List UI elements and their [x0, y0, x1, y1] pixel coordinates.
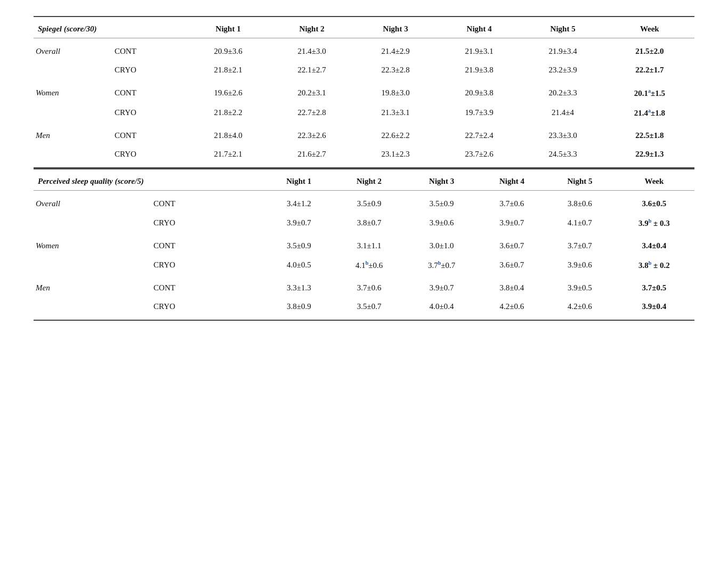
cell-n1: 4.0±0.5: [265, 255, 333, 275]
cell-n2: 3.8±0.7: [333, 213, 406, 233]
cell-n5: 21.9±3.4: [521, 38, 605, 61]
group-cryo: CRYO: [148, 297, 265, 320]
sleep-header-n1: Night 1: [265, 169, 333, 191]
table-row: Women CONT 3.5±0.9 3.1±1.1 3.0±1.0 3.6±0…: [34, 233, 694, 255]
cell-n3: 3.9±0.7: [406, 275, 478, 297]
group-cont: CONT: [109, 123, 187, 145]
group-cryo: CRYO: [148, 213, 265, 233]
table-row: CRYO 3.8±0.9 3.5±0.7 4.0±0.4 4.2±0.6 4.2…: [34, 297, 694, 320]
cell-n4: 4.2±0.6: [478, 297, 546, 320]
cell-n1: 19.6±2.6: [187, 79, 270, 103]
category-empty: [34, 145, 109, 168]
cell-n5: 20.2±3.3: [521, 79, 605, 103]
cell-n2: 20.2±3.1: [270, 79, 354, 103]
sleep-title: Perceived sleep quality (score/5): [34, 169, 265, 191]
cell-n1: 21.8±2.1: [187, 61, 270, 79]
cell-n1: 20.9±3.6: [187, 38, 270, 61]
cell-n3: 3.5±0.9: [406, 191, 478, 214]
cell-week: 3.9b ± 0.3: [614, 213, 694, 233]
cell-n5: 3.9±0.5: [546, 275, 614, 297]
tables-container: Spiegel (score/30) Night 1 Night 2 Night…: [34, 16, 694, 321]
table-row: Overall CONT 20.9±3.6 21.4±3.0 21.4±2.9 …: [34, 38, 694, 61]
table-row: CRYO 4.0±0.5 4.1b±0.6 3.7b±0.7 3.6±0.7 3…: [34, 255, 694, 275]
category-empty: [34, 103, 109, 123]
table-row: Men CONT 21.8±4.0 22.3±2.6 22.6±2.2 22.7…: [34, 123, 694, 145]
cell-n2: 21.4±3.0: [270, 38, 354, 61]
cell-n2: 4.1b±0.6: [333, 255, 406, 275]
category-women: Women: [34, 79, 109, 103]
cell-n3: 3.0±1.0: [406, 233, 478, 255]
cell-n3: 21.3±3.1: [354, 103, 438, 123]
table-row: Overall CONT 3.4±1.2 3.5±0.9 3.5±0.9 3.7…: [34, 191, 694, 214]
cell-n1: 21.8±2.2: [187, 103, 270, 123]
group-cont: CONT: [148, 191, 265, 214]
cell-n5: 3.8±0.6: [546, 191, 614, 214]
cell-n5: 21.4±4: [521, 103, 605, 123]
category-women: Women: [34, 233, 148, 255]
cell-n1: 3.3±1.3: [265, 275, 333, 297]
category-overall: Overall: [34, 191, 148, 214]
cell-week: 3.7±0.5: [614, 275, 694, 297]
cell-n4: 19.7±3.9: [438, 103, 521, 123]
group-cont: CONT: [109, 38, 187, 61]
cell-n4: 3.6±0.7: [478, 233, 546, 255]
table-row: CRYO 3.9±0.7 3.8±0.7 3.9±0.6 3.9±0.7 4.1…: [34, 213, 694, 233]
category-empty: [34, 255, 148, 275]
category-men: Men: [34, 123, 109, 145]
group-cryo: CRYO: [148, 255, 265, 275]
category-empty: [34, 213, 148, 233]
cell-n2: 3.1±1.1: [333, 233, 406, 255]
sleep-header-n3: Night 3: [406, 169, 478, 191]
sleep-header-n4: Night 4: [478, 169, 546, 191]
cell-week: 22.5±1.8: [605, 123, 694, 145]
cell-n2: 3.7±0.6: [333, 275, 406, 297]
group-cryo: CRYO: [109, 103, 187, 123]
spiegel-title: Spiegel (score/30): [34, 17, 187, 38]
cell-week: 20.1a±1.5: [605, 79, 694, 103]
cell-n2: 21.6±2.7: [270, 145, 354, 168]
cell-n2: 3.5±0.9: [333, 191, 406, 214]
cell-n5: 23.2±3.9: [521, 61, 605, 79]
spiegel-header-n1: Night 1: [187, 17, 270, 38]
table-row: CRYO 21.7±2.1 21.6±2.7 23.1±2.3 23.7±2.6…: [34, 145, 694, 168]
cell-n3: 22.3±2.8: [354, 61, 438, 79]
group-cont: CONT: [148, 275, 265, 297]
category-empty: [34, 297, 148, 320]
spiegel-header-n3: Night 3: [354, 17, 438, 38]
cell-n1: 21.7±2.1: [187, 145, 270, 168]
table-row: Women CONT 19.6±2.6 20.2±3.1 19.8±3.0 20…: [34, 79, 694, 103]
cell-n4: 23.7±2.6: [438, 145, 521, 168]
cell-n3: 3.9±0.6: [406, 213, 478, 233]
spiegel-header-week: Week: [605, 17, 694, 38]
cell-week: 21.5±2.0: [605, 38, 694, 61]
cell-n3: 22.6±2.2: [354, 123, 438, 145]
cell-n1: 3.8±0.9: [265, 297, 333, 320]
cell-week: 3.8b ± 0.2: [614, 255, 694, 275]
cell-n1: 3.4±1.2: [265, 191, 333, 214]
cell-n1: 21.8±4.0: [187, 123, 270, 145]
table-row: CRYO 21.8±2.2 22.7±2.8 21.3±3.1 19.7±3.9…: [34, 103, 694, 123]
sleep-header-n2: Night 2: [333, 169, 406, 191]
cell-week: 3.6±0.5: [614, 191, 694, 214]
group-cryo: CRYO: [109, 145, 187, 168]
category-empty: [34, 61, 109, 79]
cell-n3: 4.0±0.4: [406, 297, 478, 320]
group-cryo: CRYO: [109, 61, 187, 79]
spiegel-header-n5: Night 5: [521, 17, 605, 38]
category-overall: Overall: [34, 38, 109, 61]
cell-n2: 22.7±2.8: [270, 103, 354, 123]
cell-n5: 4.2±0.6: [546, 297, 614, 320]
cell-n3: 23.1±2.3: [354, 145, 438, 168]
group-cont: CONT: [148, 233, 265, 255]
cell-n5: 23.3±3.0: [521, 123, 605, 145]
cell-n5: 24.5±3.3: [521, 145, 605, 168]
cell-n3: 21.4±2.9: [354, 38, 438, 61]
cell-n3: 19.8±3.0: [354, 79, 438, 103]
cell-n5: 3.7±0.7: [546, 233, 614, 255]
cell-week: 21.4a±1.8: [605, 103, 694, 123]
cell-n2: 3.5±0.7: [333, 297, 406, 320]
table-row: CRYO 21.8±2.1 22.1±2.7 22.3±2.8 21.9±3.8…: [34, 61, 694, 79]
cell-n2: 22.1±2.7: [270, 61, 354, 79]
cell-n4: 20.9±3.8: [438, 79, 521, 103]
cell-n4: 3.7±0.6: [478, 191, 546, 214]
